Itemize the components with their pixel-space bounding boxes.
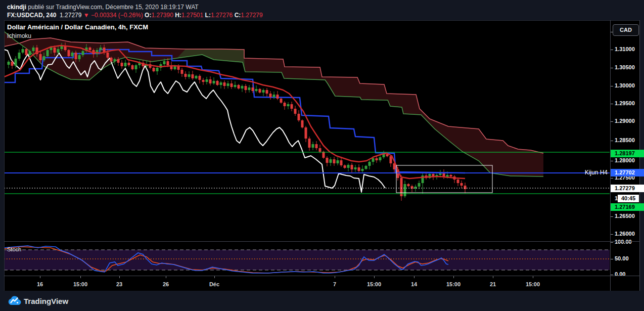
stoch-tick-label: 50.00 [615,255,629,261]
chart-top-border [4,20,640,21]
low-label: L: [205,12,211,19]
time-tick-mark [166,276,166,278]
price-tick-mark [611,234,613,235]
footer-bar [0,291,644,311]
time-tick-mark [414,276,415,278]
tradingview-logo-icon[interactable] [8,295,21,308]
time-tick-mark [453,276,454,278]
price-level-badge: 1.27279 [611,185,644,192]
price-change: −0.00334 (−0.26%) [91,12,143,19]
time-tick-label: 16 [37,281,43,287]
price-tick-mark [611,121,613,122]
time-tick-mark [533,276,533,278]
username: ckindji [7,4,26,11]
price-tick-label: 1.26500 [615,213,635,219]
pane-divider[interactable] [4,241,640,242]
symbol-interval[interactable]: FX:USDCAD, 240 [7,12,56,19]
last-price: 1.27279 [60,12,81,19]
time-tick-mark [80,276,81,278]
time-tick-label: 15:00 [526,281,540,287]
price-tick-mark [611,161,613,161]
stoch-tick-label: 100.00 [615,239,632,245]
time-tick-label: 15:00 [73,281,87,287]
chart-left-border [4,20,5,291]
price-tick-mark [611,178,613,179]
time-tick-mark [493,276,493,278]
chart-title: Dollar Américain / Dollar Canadien, 4h, … [7,23,148,31]
price-tick-mark [611,68,613,68]
time-tick-label: 26 [163,281,169,287]
time-tick-label: 14 [411,281,417,287]
stoch-tick-mark [611,275,613,275]
timeaxis-divider [4,276,640,276]
symbol-info-bar: FX:USDCAD, 240 1.27279 ▼ −0.00334 (−0.26… [7,12,263,19]
price-tick-label: 1.26000 [615,231,635,237]
indicator-name[interactable]: Ichimoku [7,32,31,39]
time-tick-mark [40,276,40,278]
close-value: 1.27279 [241,12,262,19]
price-tick-label: 1.28500 [615,137,635,143]
close-label: C: [235,12,241,19]
low-value: 1.27276 [211,12,233,19]
price-tick-mark [611,86,613,86]
time-tick-label: Déc [209,281,219,287]
publish-info: ckindji publié sur TradingView.com, Déce… [7,4,199,11]
publish-text: publié sur TradingView.com, Décembre 15,… [26,4,199,11]
time-tick-mark [335,276,335,278]
down-arrow-icon: ▼ [83,12,89,19]
kijun-h4-line-label: Kijun H4 [531,169,608,176]
time-tick-label: 7 [333,281,336,287]
open-value: 1.27390 [151,12,173,19]
time-tick-mark [374,276,375,278]
price-tick-mark [611,104,613,104]
time-tick-label: 15:00 [446,281,461,287]
tradingview-brand[interactable]: TradingView [24,297,68,305]
time-tick-mark [214,276,215,278]
price-tick-label: 1.30000 [615,82,635,88]
high-label: H: [175,12,181,19]
price-tick-label: 1.30500 [615,64,635,70]
currency-toggle-button[interactable]: CAD [613,24,639,36]
time-tick-label: 23 [116,281,122,287]
price-tick-mark [611,50,613,50]
time-tick-mark [119,276,120,278]
high-value: 1.27501 [181,12,203,19]
tradingview-snapshot: ckindji publié sur TradingView.com, Déce… [0,0,644,311]
stoch-tick-label: 0.00 [615,271,625,277]
stoch-indicator-name[interactable]: Stoch [7,246,21,252]
price-tick-mark [611,141,613,141]
bar-countdown: 40:45 [618,195,639,202]
price-tick-mark [611,216,613,217]
price-level-badge: 1.27169 [611,203,644,211]
price-level-badge: 1.27702 [611,169,644,176]
price-tick-label: 1.28000 [615,157,635,163]
price-tick-label: 1.29000 [615,118,635,124]
price-chart[interactable] [0,0,644,311]
price-tick-label: 1.31000 [615,46,635,52]
price-level-badge: 1.28197 [611,150,644,157]
stoch-tick-mark [611,242,613,243]
open-label: O: [145,12,151,19]
time-tick-label: 21 [490,281,496,287]
time-tick-label: 15:00 [367,281,381,287]
stoch-tick-mark [611,259,613,259]
price-tick-label: 1.29500 [615,100,635,106]
